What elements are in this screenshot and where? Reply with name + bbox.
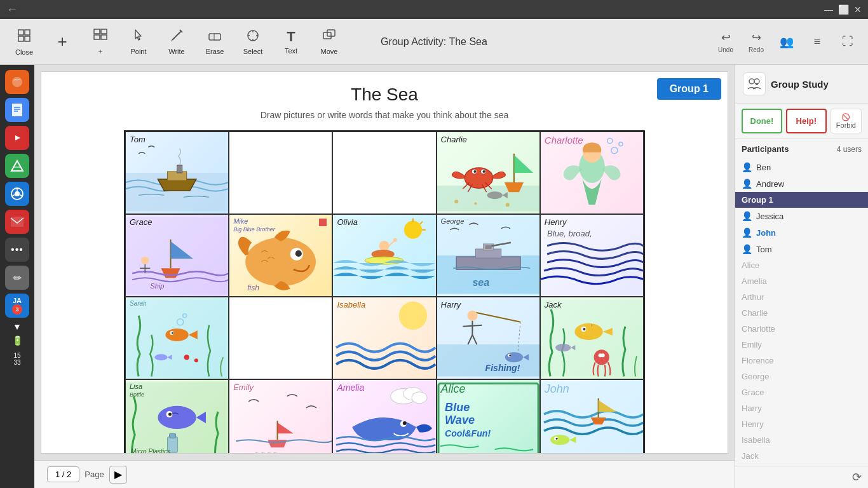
participant-emily[interactable]: Emily — [735, 337, 868, 353]
done-button[interactable]: Done! — [742, 109, 782, 133]
battery-icon[interactable]: 🔋 — [12, 336, 23, 346]
toolbar-select[interactable]: Select — [235, 23, 271, 61]
cell-sarah[interactable]: Sarah — [125, 297, 229, 379]
participant-andrew[interactable]: 👤 Andrew — [735, 175, 868, 192]
menu-button[interactable]: ≡ — [803, 23, 831, 61]
cell-charlie[interactable]: Charlie — [437, 132, 540, 214]
cell-isabella[interactable]: Isabella — [332, 297, 436, 379]
fullscreen-button[interactable]: ⛶ — [834, 23, 862, 61]
back-button[interactable]: ← — [6, 3, 18, 17]
svg-rect-6 — [94, 35, 100, 39]
toolbar-write[interactable]: Write — [159, 23, 194, 61]
text-icon: T — [287, 29, 295, 45]
help-button[interactable]: Help! — [786, 109, 827, 133]
participant-charlotte[interactable]: Charlotte — [735, 321, 868, 337]
cell-emily[interactable]: Emily ~ ~ ~ ~ — [229, 379, 332, 454]
app-icon-chrome[interactable] — [5, 182, 29, 206]
participant-arthur[interactable]: Arthur — [735, 289, 868, 305]
svg-point-29 — [15, 191, 20, 196]
wifi-icon[interactable]: ▼ — [13, 322, 22, 332]
participant-tom[interactable]: 👤 Tom — [735, 241, 868, 257]
app-icon-user[interactable]: JA 3 — [5, 294, 29, 318]
restore-button[interactable]: ⬜ — [838, 4, 849, 15]
close-button[interactable]: ✕ — [854, 4, 862, 15]
time-display: 1533 — [13, 352, 20, 366]
svg-rect-5 — [101, 29, 107, 34]
participant-harry[interactable]: Harry — [735, 400, 868, 416]
toolbar-erase[interactable]: Erase — [197, 23, 233, 61]
svg-point-131 — [412, 392, 427, 403]
app-icon-youtube[interactable] — [5, 126, 29, 150]
participant-name-arthur: Arthur — [742, 292, 764, 302]
cell-jack[interactable]: Jack — [540, 297, 644, 379]
participant-jessica[interactable]: 👤 Jessica — [735, 208, 868, 224]
participant-amelia[interactable]: Amelia — [735, 273, 868, 289]
cell-harry[interactable]: Harry — [437, 297, 540, 379]
app-icon-gmail[interactable] — [5, 210, 29, 234]
cell-tom[interactable]: Tom — [125, 132, 229, 214]
toolbar-text[interactable]: T Text — [273, 23, 309, 61]
svg-point-122 — [168, 412, 172, 416]
cell-olivia[interactable]: Olivia — [332, 214, 436, 297]
app-icon-drive[interactable] — [5, 154, 29, 178]
participant-isabella[interactable]: Isabella — [735, 432, 868, 448]
svg-text:sea: sea — [472, 276, 489, 288]
cell-lisa[interactable]: LisaBottle — [125, 379, 229, 454]
svg-text:Blue, broad,: Blue, broad, — [547, 229, 592, 238]
person-icon: 👤 — [742, 244, 752, 254]
participant-john[interactable]: 👤 John — [735, 224, 868, 241]
redo-button[interactable]: ↪ Redo — [742, 23, 770, 61]
cell-henry[interactable]: Henry Blue, broad, — [540, 214, 644, 297]
close-icon — [17, 28, 32, 46]
participant-jack[interactable]: Jack — [735, 448, 868, 464]
cell-name-alice: Alice — [441, 383, 466, 396]
cell-empty-2[interactable] — [332, 132, 436, 214]
main-area: ••• ✏ JA 3 ▼ 🔋 1533 The Sea Draw picture… — [0, 65, 868, 488]
toolbar-point[interactable]: Point — [121, 23, 156, 61]
toolbar-close[interactable]: Close — [6, 23, 42, 61]
cell-name-amelia: Amelia — [337, 383, 364, 393]
participant-florence[interactable]: Florence — [735, 353, 868, 369]
toolbar-view[interactable]: + — [83, 23, 118, 61]
participant-charlie[interactable]: Charlie — [735, 305, 868, 321]
cell-john[interactable]: John — [540, 379, 644, 454]
undo-button[interactable]: ↩ Undo — [712, 23, 740, 61]
cell-name-sarah: Sarah — [130, 300, 147, 307]
participant-grace[interactable]: Grace — [735, 384, 868, 400]
participant-alice[interactable]: Alice — [735, 257, 868, 273]
refresh-button[interactable]: ⟳ — [852, 470, 862, 484]
app-icon-main[interactable] — [5, 70, 29, 94]
cell-alice[interactable]: Alice Blue Wave Cool&Fun! — [437, 379, 540, 454]
app-icon-pen[interactable]: ✏ — [5, 266, 29, 290]
select-icon — [246, 29, 260, 46]
group-study-icon — [743, 72, 766, 95]
participant-ben[interactable]: 👤 Ben — [735, 159, 868, 175]
svg-marker-48 — [513, 155, 532, 173]
svg-marker-26 — [11, 161, 23, 171]
svg-line-71 — [420, 222, 423, 224]
app-icon-more[interactable]: ••• — [5, 238, 29, 262]
cell-mike[interactable]: MikeBig Blue Brother — [229, 214, 332, 297]
app-icon-docs[interactable] — [5, 98, 29, 122]
add-icon: + — [57, 32, 67, 51]
svg-point-65 — [245, 238, 316, 287]
participants-button[interactable]: 👥 — [773, 23, 801, 61]
cell-grace[interactable]: Grace Ship — [125, 214, 229, 297]
participant-henry[interactable]: Henry — [735, 416, 868, 432]
participant-george[interactable]: George — [735, 369, 868, 384]
cell-charlotte[interactable]: Charlotte — [540, 132, 644, 214]
minimize-button[interactable]: — — [824, 4, 833, 15]
cell-empty-3[interactable] — [229, 297, 332, 379]
next-page-button[interactable]: ▶ — [109, 466, 127, 484]
cell-empty-1[interactable] — [229, 132, 332, 214]
svg-marker-127 — [278, 423, 294, 433]
toolbar-move[interactable]: Move — [311, 23, 347, 61]
cell-george[interactable]: George — [437, 214, 540, 297]
jack-drawing — [541, 297, 643, 379]
cell-amelia[interactable]: Amelia — [332, 379, 436, 454]
participant-name-henry: Henry — [742, 419, 764, 429]
toolbar-add[interactable]: + — [44, 23, 80, 61]
group-badge[interactable]: Group 1 — [657, 78, 721, 100]
forbid-button[interactable]: 🚫 Forbid — [831, 109, 862, 133]
pagination: 1 / 2 Page ▶ — [34, 460, 735, 488]
